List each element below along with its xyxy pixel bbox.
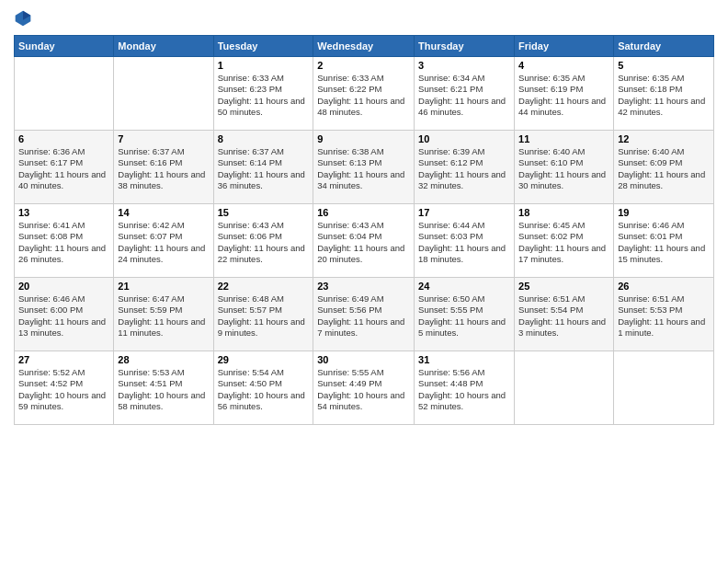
- day-info: Sunrise: 6:37 AMSunset: 6:14 PMDaylight:…: [218, 146, 310, 191]
- day-number: 10: [418, 133, 510, 144]
- day-info: Sunrise: 5:54 AMSunset: 4:50 PMDaylight:…: [218, 367, 310, 412]
- calendar-cell: 29Sunrise: 5:54 AMSunset: 4:50 PMDayligh…: [213, 351, 313, 425]
- calendar-cell: [515, 351, 614, 425]
- header-row: SundayMondayTuesdayWednesdayThursdayFrid…: [15, 36, 714, 57]
- week-row-1: 6Sunrise: 6:36 AMSunset: 6:17 PMDaylight…: [15, 131, 714, 204]
- day-info: Sunrise: 5:55 AMSunset: 4:49 PMDaylight:…: [317, 367, 410, 412]
- day-number: 19: [618, 207, 710, 218]
- day-number: 18: [518, 207, 609, 218]
- header-monday: Monday: [114, 36, 213, 57]
- calendar-cell: [614, 351, 714, 425]
- calendar-cell: 26Sunrise: 6:51 AMSunset: 5:53 PMDayligh…: [614, 278, 714, 351]
- day-info: Sunrise: 6:37 AMSunset: 6:16 PMDaylight:…: [118, 146, 209, 191]
- calendar-cell: [15, 57, 114, 131]
- calendar-cell: 23Sunrise: 6:49 AMSunset: 5:56 PMDayligh…: [313, 278, 415, 351]
- day-info: Sunrise: 6:36 AMSunset: 6:17 PMDaylight:…: [18, 146, 109, 191]
- day-info: Sunrise: 6:40 AMSunset: 6:09 PMDaylight:…: [618, 146, 710, 191]
- day-number: 5: [618, 60, 710, 71]
- calendar-cell: 12Sunrise: 6:40 AMSunset: 6:09 PMDayligh…: [614, 131, 714, 204]
- day-number: 13: [18, 207, 109, 218]
- day-info: Sunrise: 6:51 AMSunset: 5:53 PMDaylight:…: [618, 293, 710, 339]
- day-number: 2: [317, 60, 410, 71]
- logo-icon: [14, 9, 32, 28]
- calendar-cell: 9Sunrise: 6:38 AMSunset: 6:13 PMDaylight…: [313, 131, 415, 204]
- day-number: 25: [518, 281, 609, 292]
- calendar-cell: 30Sunrise: 5:55 AMSunset: 4:49 PMDayligh…: [313, 351, 415, 425]
- calendar-table: SundayMondayTuesdayWednesdayThursdayFrid…: [14, 35, 714, 425]
- day-info: Sunrise: 6:35 AMSunset: 6:19 PMDaylight:…: [518, 73, 609, 118]
- calendar-cell: 14Sunrise: 6:42 AMSunset: 6:07 PMDayligh…: [114, 204, 213, 278]
- calendar-cell: 1Sunrise: 6:33 AMSunset: 6:23 PMDaylight…: [213, 57, 313, 131]
- day-number: 6: [18, 133, 109, 144]
- logo: [14, 9, 34, 28]
- calendar-cell: 28Sunrise: 5:53 AMSunset: 4:51 PMDayligh…: [114, 351, 213, 425]
- day-number: 4: [518, 60, 609, 71]
- day-info: Sunrise: 6:49 AMSunset: 5:56 PMDaylight:…: [317, 293, 410, 339]
- day-info: Sunrise: 6:33 AMSunset: 6:22 PMDaylight:…: [317, 73, 410, 118]
- day-info: Sunrise: 6:45 AMSunset: 6:02 PMDaylight:…: [518, 220, 609, 265]
- day-number: 14: [118, 207, 209, 218]
- day-number: 8: [218, 133, 310, 144]
- calendar-cell: 13Sunrise: 6:41 AMSunset: 6:08 PMDayligh…: [15, 204, 114, 278]
- calendar-cell: 3Sunrise: 6:34 AMSunset: 6:21 PMDaylight…: [415, 57, 515, 131]
- calendar-cell: 17Sunrise: 6:44 AMSunset: 6:03 PMDayligh…: [415, 204, 515, 278]
- day-info: Sunrise: 6:47 AMSunset: 5:59 PMDaylight:…: [118, 293, 209, 339]
- day-number: 21: [118, 281, 209, 292]
- day-number: 24: [418, 281, 510, 292]
- day-info: Sunrise: 6:50 AMSunset: 5:55 PMDaylight:…: [418, 293, 510, 339]
- day-info: Sunrise: 5:56 AMSunset: 4:48 PMDaylight:…: [418, 367, 510, 412]
- calendar-cell: 27Sunrise: 5:52 AMSunset: 4:52 PMDayligh…: [15, 351, 114, 425]
- day-info: Sunrise: 6:38 AMSunset: 6:13 PMDaylight:…: [317, 146, 410, 191]
- calendar-cell: 6Sunrise: 6:36 AMSunset: 6:17 PMDaylight…: [15, 131, 114, 204]
- calendar-cell: 22Sunrise: 6:48 AMSunset: 5:57 PMDayligh…: [213, 278, 313, 351]
- day-info: Sunrise: 6:44 AMSunset: 6:03 PMDaylight:…: [418, 220, 510, 265]
- day-info: Sunrise: 6:35 AMSunset: 6:18 PMDaylight:…: [618, 73, 710, 118]
- page: SundayMondayTuesdayWednesdayThursdayFrid…: [0, 0, 728, 563]
- day-number: 1: [218, 60, 310, 71]
- calendar-cell: [114, 57, 213, 131]
- day-info: Sunrise: 5:52 AMSunset: 4:52 PMDaylight:…: [18, 367, 109, 412]
- day-info: Sunrise: 6:40 AMSunset: 6:10 PMDaylight:…: [518, 146, 609, 191]
- header: [14, 9, 714, 28]
- calendar-cell: 16Sunrise: 6:43 AMSunset: 6:04 PMDayligh…: [313, 204, 415, 278]
- day-number: 9: [317, 133, 410, 144]
- day-info: Sunrise: 6:51 AMSunset: 5:54 PMDaylight:…: [518, 293, 609, 339]
- week-row-0: 1Sunrise: 6:33 AMSunset: 6:23 PMDaylight…: [15, 57, 714, 131]
- calendar-cell: 5Sunrise: 6:35 AMSunset: 6:18 PMDaylight…: [614, 57, 714, 131]
- calendar-cell: 15Sunrise: 6:43 AMSunset: 6:06 PMDayligh…: [213, 204, 313, 278]
- day-info: Sunrise: 6:33 AMSunset: 6:23 PMDaylight:…: [218, 73, 310, 118]
- day-info: Sunrise: 5:53 AMSunset: 4:51 PMDaylight:…: [118, 367, 209, 412]
- day-info: Sunrise: 6:41 AMSunset: 6:08 PMDaylight:…: [18, 220, 109, 265]
- day-number: 28: [118, 354, 209, 365]
- day-number: 22: [218, 281, 310, 292]
- day-number: 30: [317, 354, 410, 365]
- calendar-cell: 11Sunrise: 6:40 AMSunset: 6:10 PMDayligh…: [515, 131, 614, 204]
- day-number: 26: [618, 281, 710, 292]
- header-wednesday: Wednesday: [313, 36, 415, 57]
- day-number: 11: [518, 133, 609, 144]
- day-info: Sunrise: 6:43 AMSunset: 6:06 PMDaylight:…: [218, 220, 310, 265]
- day-number: 20: [18, 281, 109, 292]
- calendar-cell: 20Sunrise: 6:46 AMSunset: 6:00 PMDayligh…: [15, 278, 114, 351]
- day-info: Sunrise: 6:46 AMSunset: 6:01 PMDaylight:…: [618, 220, 710, 265]
- day-number: 3: [418, 60, 510, 71]
- week-row-2: 13Sunrise: 6:41 AMSunset: 6:08 PMDayligh…: [15, 204, 714, 278]
- day-number: 7: [118, 133, 209, 144]
- day-number: 31: [418, 354, 510, 365]
- day-info: Sunrise: 6:48 AMSunset: 5:57 PMDaylight:…: [218, 293, 310, 339]
- day-info: Sunrise: 6:34 AMSunset: 6:21 PMDaylight:…: [418, 73, 510, 118]
- day-number: 23: [317, 281, 410, 292]
- day-info: Sunrise: 6:42 AMSunset: 6:07 PMDaylight:…: [118, 220, 209, 265]
- day-info: Sunrise: 6:43 AMSunset: 6:04 PMDaylight:…: [317, 220, 410, 265]
- calendar-cell: 7Sunrise: 6:37 AMSunset: 6:16 PMDaylight…: [114, 131, 213, 204]
- header-sunday: Sunday: [15, 36, 114, 57]
- calendar-cell: 19Sunrise: 6:46 AMSunset: 6:01 PMDayligh…: [614, 204, 714, 278]
- calendar-cell: 18Sunrise: 6:45 AMSunset: 6:02 PMDayligh…: [515, 204, 614, 278]
- week-row-4: 27Sunrise: 5:52 AMSunset: 4:52 PMDayligh…: [15, 351, 714, 425]
- calendar-cell: 8Sunrise: 6:37 AMSunset: 6:14 PMDaylight…: [213, 131, 313, 204]
- day-number: 17: [418, 207, 510, 218]
- calendar-cell: 21Sunrise: 6:47 AMSunset: 5:59 PMDayligh…: [114, 278, 213, 351]
- day-number: 16: [317, 207, 410, 218]
- day-number: 27: [18, 354, 109, 365]
- calendar-cell: 25Sunrise: 6:51 AMSunset: 5:54 PMDayligh…: [515, 278, 614, 351]
